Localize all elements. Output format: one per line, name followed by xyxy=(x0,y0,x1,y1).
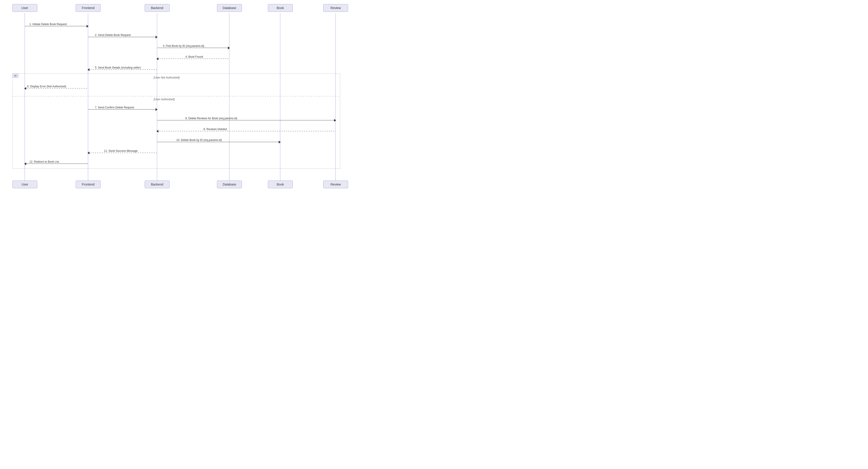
alt-section2-label: [User Authorized] xyxy=(154,98,175,101)
label-m7: 7. Send Confirm Delete Request xyxy=(95,106,134,109)
actor-book-top: Book xyxy=(268,4,293,12)
actor-backend-bottom: Backend xyxy=(145,180,169,188)
actor-frontend-bottom: Frontend xyxy=(76,180,101,188)
arrow-m7 xyxy=(88,109,157,110)
actor-frontend-top: Frontend xyxy=(76,4,101,12)
arrow-m12 xyxy=(25,164,88,164)
actor-review-top: Review xyxy=(323,4,348,12)
actor-backend-top: Backend xyxy=(145,4,169,12)
label-m8: 8. Delete Reviews for Book (req.params.i… xyxy=(185,117,237,120)
label-m2: 2. Send Delete Book Request xyxy=(95,33,131,37)
sequence-diagram: User Frontend Backend Database Book Revi… xyxy=(0,0,434,234)
arrow-m5 xyxy=(88,69,157,70)
label-m10: 10. Delete Book by ID (req.params.id) xyxy=(176,139,222,142)
label-m3: 3. Find Book by ID (req.params.id) xyxy=(163,45,204,48)
arrow-m8 xyxy=(157,120,336,120)
actor-user-bottom: User xyxy=(12,180,37,188)
label-m12: 12. Redirect to Book List xyxy=(29,160,59,163)
arrow-m2 xyxy=(88,37,157,37)
actor-database-top: Database xyxy=(217,4,242,12)
alt-divider xyxy=(12,96,340,96)
arrow-m1 xyxy=(25,26,88,26)
actor-database-bottom: Database xyxy=(217,180,242,188)
label-m6: 6. Display Error (Not Authorized) xyxy=(27,85,66,88)
label-m1: 1. Initiate Delete Book Request xyxy=(29,23,67,26)
actor-user-top: User xyxy=(12,4,37,12)
actor-book-bottom: Book xyxy=(268,180,293,188)
actor-review-bottom: Review xyxy=(323,180,348,188)
label-m4: 4. Book Found xyxy=(185,55,203,58)
label-m11: 11. Send Success Message xyxy=(104,149,138,152)
label-m5: 5. Send Book Details (including seller) xyxy=(95,66,141,69)
arrow-m11 xyxy=(88,153,157,153)
alt-label: alt xyxy=(12,74,18,78)
alt-section1-label: [User Not Authorized] xyxy=(154,76,180,79)
label-m9: 9. Reviews Deleted xyxy=(204,127,227,131)
